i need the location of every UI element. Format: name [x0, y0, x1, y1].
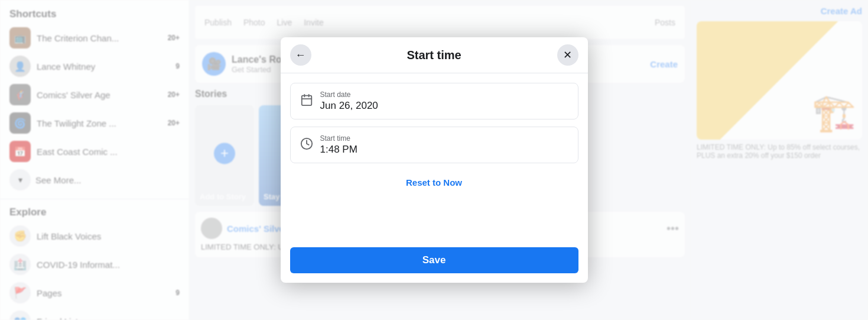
svg-rect-0: [301, 95, 311, 105]
start-time-modal: ← Start time ✕ Start date: [281, 37, 588, 283]
calendar-icon: [300, 93, 313, 109]
modal-title: Start time: [311, 49, 557, 62]
clock-icon: [300, 137, 313, 153]
modal-close-button[interactable]: ✕: [557, 44, 578, 66]
modal-body: Start date Jun 26, 2020 Start time 1:48 …: [281, 73, 588, 200]
start-date-info: Start date Jun 26, 2020: [320, 90, 378, 112]
save-button[interactable]: Save: [290, 247, 578, 273]
start-date-field[interactable]: Start date Jun 26, 2020: [290, 83, 578, 119]
start-time-label: Start time: [320, 134, 357, 143]
reset-to-now-link[interactable]: Reset to Now: [406, 177, 462, 188]
start-time-info: Start time 1:48 PM: [320, 134, 357, 156]
start-date-label: Start date: [320, 90, 378, 99]
close-icon: ✕: [563, 49, 572, 62]
start-time-field[interactable]: Start time 1:48 PM: [290, 127, 578, 163]
reset-link-container: Reset to Now: [290, 170, 578, 190]
modal-back-button[interactable]: ←: [290, 44, 311, 66]
modal-header: ← Start time ✕: [281, 37, 588, 73]
start-date-value: Jun 26, 2020: [320, 100, 378, 112]
start-time-value: 1:48 PM: [320, 144, 357, 156]
back-arrow-icon: ←: [295, 49, 306, 62]
modal-footer: Save: [281, 200, 588, 283]
modal-overlay: ← Start time ✕ Start date: [0, 0, 868, 320]
